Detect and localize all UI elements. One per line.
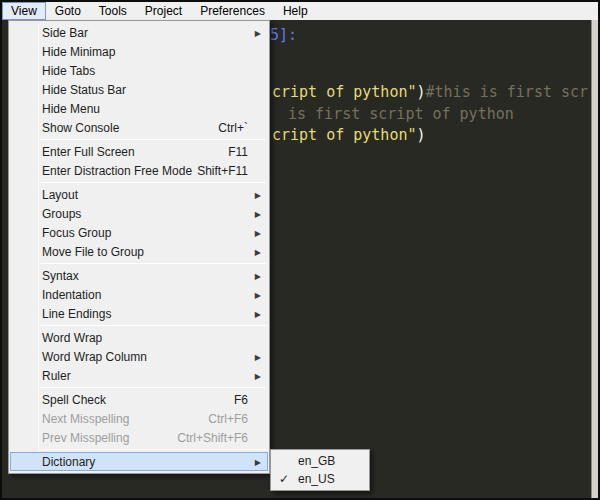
menu-separator	[41, 449, 266, 450]
menu-item-shortcut: Ctrl+F6	[208, 412, 248, 426]
menu-item-label: Enter Distraction Free Mode	[42, 164, 192, 178]
window-right-frame	[591, 20, 598, 498]
view-menu-item-enter-full-screen[interactable]: Enter Full ScreenF11	[10, 142, 268, 161]
code-segment: 5]:	[270, 26, 297, 44]
menu-item-shortcut: F11	[228, 145, 248, 159]
menu-item-shortcut: F6	[234, 393, 248, 407]
view-menu-item-hide-minimap[interactable]: Hide Minimap	[10, 42, 268, 61]
menu-item-label: Layout	[42, 188, 78, 202]
submenu-arrow-icon: ▶	[255, 190, 261, 199]
view-menu-item-show-console[interactable]: Show ConsoleCtrl+`	[10, 118, 268, 137]
view-menu-item-word-wrap[interactable]: Word Wrap	[10, 328, 268, 347]
view-menu-item-syntax[interactable]: Syntax▶	[10, 266, 268, 285]
menu-item-label: Indentation	[42, 288, 101, 302]
menu-item-label: Word Wrap	[42, 331, 102, 345]
view-menu-item-ruler[interactable]: Ruler▶	[10, 366, 268, 385]
menu-item-label: Spell Check	[42, 393, 106, 407]
menubar-item-tools[interactable]: Tools	[90, 2, 136, 20]
code-line: 5]:	[270, 27, 297, 44]
code-segment: cript of python"	[272, 83, 417, 101]
menu-item-label: Enter Full Screen	[42, 145, 135, 159]
menu-item-label: Groups	[42, 207, 81, 221]
view-menu-item-hide-tabs[interactable]: Hide Tabs	[10, 61, 268, 80]
menu-item-label: Focus Group	[42, 226, 111, 240]
view-menu-item-move-file-to-group[interactable]: Move File to Group▶	[10, 242, 268, 261]
view-menu-item-enter-distraction-free-mode[interactable]: Enter Distraction Free ModeShift+F11	[10, 161, 268, 180]
view-menu-item-hide-status-bar[interactable]: Hide Status Bar	[10, 80, 268, 99]
view-menu-item-hide-menu[interactable]: Hide Menu	[10, 99, 268, 118]
code-line: is first script of python	[288, 106, 514, 123]
code-segment: #this is first scr	[426, 83, 589, 101]
view-menu-item-groups[interactable]: Groups▶	[10, 204, 268, 223]
menu-item-label: Word Wrap Column	[42, 350, 147, 364]
menu-bar: ViewGotoToolsProjectPreferencesHelp	[2, 2, 598, 20]
view-menu-item-focus-group[interactable]: Focus Group▶	[10, 223, 268, 242]
menu-item-label: Ruler	[42, 369, 71, 383]
menubar-item-goto[interactable]: Goto	[46, 2, 90, 20]
submenu-arrow-icon: ▶	[255, 290, 261, 299]
menu-item-label: Line Endings	[42, 307, 111, 321]
view-menu-item-side-bar[interactable]: Side Bar▶	[10, 23, 268, 42]
submenu-arrow-icon: ▶	[255, 228, 261, 237]
code-segment: )	[417, 126, 426, 144]
menu-separator	[41, 387, 266, 388]
sublime-window: ViewGotoToolsProjectPreferencesHelp crip…	[0, 0, 600, 500]
view-menu-item-next-misspelling[interactable]: Next MisspellingCtrl+F6	[10, 409, 268, 428]
dictionary-submenu: en_GB✓en_US	[270, 449, 370, 491]
view-menu-item-dictionary[interactable]: Dictionary▶	[10, 452, 268, 471]
menu-item-label: Move File to Group	[42, 245, 144, 259]
menu-item-shortcut: Ctrl+`	[218, 121, 248, 135]
menu-item-label: Hide Tabs	[42, 64, 95, 78]
view-menu-item-spell-check[interactable]: Spell CheckF6	[10, 390, 268, 409]
submenu-arrow-icon: ▶	[255, 309, 261, 318]
menu-item-label: Prev Misspelling	[42, 431, 129, 445]
dictionary-option-en-us[interactable]: ✓en_US	[272, 470, 368, 488]
menu-item-label: Side Bar	[42, 26, 88, 40]
view-menu: Side Bar▶Hide MinimapHide TabsHide Statu…	[8, 20, 270, 474]
menu-item-label: Dictionary	[42, 455, 95, 469]
menu-item-shortcut: Shift+F11	[197, 164, 248, 178]
menu-item-label: Next Misspelling	[42, 412, 129, 426]
menu-item-label: en_GB	[298, 454, 335, 468]
code-line: cript of python")#this is first scr	[272, 84, 588, 101]
menu-separator	[41, 139, 266, 140]
view-menu-item-prev-misspelling[interactable]: Prev MisspellingCtrl+Shift+F6	[10, 428, 268, 447]
menu-item-label: Show Console	[42, 121, 119, 135]
submenu-arrow-icon: ▶	[255, 371, 261, 380]
dictionary-option-en-gb[interactable]: en_GB	[272, 452, 368, 470]
menubar-item-help[interactable]: Help	[274, 2, 317, 20]
code-segment: is first script of python	[288, 105, 514, 123]
submenu-arrow-icon: ▶	[255, 457, 261, 466]
menubar-item-project[interactable]: Project	[136, 2, 191, 20]
code-segment: cript of python"	[272, 126, 417, 144]
submenu-arrow-icon: ▶	[255, 352, 261, 361]
menu-item-label: Hide Status Bar	[42, 83, 126, 97]
menu-item-label: Hide Menu	[42, 102, 100, 116]
menu-item-label: Hide Minimap	[42, 45, 115, 59]
menu-separator	[41, 263, 266, 264]
menu-separator	[41, 325, 266, 326]
menu-item-label: Syntax	[42, 269, 79, 283]
view-menu-item-indentation[interactable]: Indentation▶	[10, 285, 268, 304]
menu-item-shortcut: Ctrl+Shift+F6	[177, 431, 248, 445]
menu-item-label: en_US	[298, 472, 335, 486]
checkmark-icon: ✓	[279, 472, 289, 486]
view-menu-item-word-wrap-column[interactable]: Word Wrap Column▶	[10, 347, 268, 366]
code-segment: )	[417, 83, 426, 101]
submenu-arrow-icon: ▶	[255, 247, 261, 256]
menubar-item-preferences[interactable]: Preferences	[191, 2, 274, 20]
submenu-arrow-icon: ▶	[255, 28, 261, 37]
view-menu-item-line-endings[interactable]: Line Endings▶	[10, 304, 268, 323]
code-line: cript of python")	[272, 127, 426, 144]
menubar-item-view[interactable]: View	[2, 2, 46, 20]
submenu-arrow-icon: ▶	[255, 209, 261, 218]
view-menu-item-layout[interactable]: Layout▶	[10, 185, 268, 204]
submenu-arrow-icon: ▶	[255, 271, 261, 280]
menu-separator	[41, 182, 266, 183]
